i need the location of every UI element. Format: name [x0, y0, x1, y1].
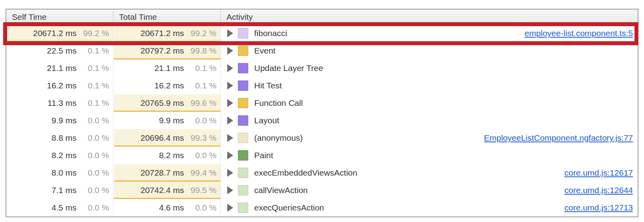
source-location-link[interactable]: EmployeeListComponent.ngfactory.js:77 — [476, 133, 633, 143]
time-percent: 0.0 % — [77, 151, 109, 160]
time-percent: 0.1 % — [77, 46, 109, 56]
activity-cell: (anonymous)EmployeeListComponent.ngfacto… — [221, 129, 638, 147]
time-percent: 99.4 % — [184, 168, 217, 178]
expand-arrow-icon[interactable] — [227, 117, 233, 124]
table-body: 20671.2 ms99.2 %20671.2 ms99.2 %fibonacc… — [6, 25, 638, 216]
time-value: 8.8 ms — [52, 133, 77, 143]
activity-label: (anonymous) — [254, 133, 303, 143]
time-percent: 0.0 % — [184, 116, 217, 125]
time-percent: 0.1 % — [184, 63, 217, 73]
time-value: 7.1 ms — [52, 186, 77, 195]
category-color-swatch — [238, 28, 248, 38]
table-row[interactable]: 8.2 ms0.0 %8.2 ms0.0 %Paint — [6, 147, 638, 164]
activity-cell: callViewActioncore.umd.js:12644 — [221, 182, 638, 199]
activity-label: Hit Test — [254, 81, 282, 90]
time-value: 20728.7 ms — [140, 168, 184, 178]
time-percent: 0.0 % — [77, 203, 109, 212]
time-percent: 0.1 % — [77, 98, 109, 108]
table-row[interactable]: 20671.2 ms99.2 %20671.2 ms99.2 %fibonacc… — [6, 25, 638, 42]
activity-cell: execEmbeddedViewsActioncore.umd.js:12617 — [221, 164, 638, 182]
activity-cell: fibonacciemployee-list.component.ts:5 — [221, 25, 638, 42]
time-value: 21.1 ms — [47, 63, 77, 73]
expand-arrow-icon[interactable] — [227, 47, 233, 55]
table-row[interactable]: 9.9 ms0.0 %9.9 ms0.0 %Layout — [6, 112, 638, 129]
table-row[interactable]: 21.1 ms0.1 %21.1 ms0.1 %Update Layer Tre… — [6, 59, 638, 77]
table-row[interactable]: 4.5 ms0.0 %4.6 ms0.0 %execQueriesActionc… — [6, 199, 638, 216]
time-percent: 99.6 % — [184, 98, 217, 108]
time-percent: 99.5 % — [184, 186, 217, 195]
self-time-cell: 8.0 ms0.0 % — [6, 164, 113, 182]
time-percent: 99.2 % — [77, 29, 109, 38]
activity-label: Paint — [254, 151, 273, 160]
expand-arrow-icon[interactable] — [227, 99, 233, 107]
self-time-cell: 21.1 ms0.1 % — [6, 59, 113, 77]
table-row[interactable]: 11.3 ms0.1 %20765.9 ms99.6 %Function Cal… — [6, 94, 638, 112]
total-time-cell: 9.9 ms0.0 % — [113, 112, 221, 129]
activity-label: Event — [254, 46, 276, 56]
time-percent: 99.3 % — [184, 133, 217, 143]
activity-cell: Hit Test — [221, 77, 638, 94]
source-location-link[interactable]: core.umd.js:12617 — [556, 168, 633, 178]
total-time-cell: 4.6 ms0.0 % — [113, 199, 221, 216]
category-color-swatch — [238, 133, 248, 143]
table-row[interactable]: 16.2 ms0.1 %16.2 ms0.1 %Hit Test — [6, 77, 638, 94]
time-value: 22.5 ms — [47, 46, 77, 56]
table-row[interactable]: 7.1 ms0.0 %20742.4 ms99.5 %callViewActio… — [6, 182, 638, 199]
time-percent: 0.1 % — [77, 81, 109, 90]
table-row[interactable]: 22.5 ms0.1 %20797.2 ms99.8 %Event — [6, 42, 638, 59]
time-value: 4.6 ms — [159, 203, 184, 212]
table-header-row: Self Time Total Time Activity — [6, 10, 638, 25]
source-location-link[interactable]: core.umd.js:12644 — [556, 186, 633, 195]
activity-label: fibonacci — [254, 29, 287, 38]
expand-arrow-icon[interactable] — [227, 186, 233, 194]
category-color-swatch — [238, 115, 248, 126]
activity-cell: Layout — [221, 112, 638, 129]
activity-cell: Paint — [221, 147, 638, 164]
total-time-cell: 8.2 ms0.0 % — [113, 147, 221, 164]
time-value: 20765.9 ms — [140, 98, 184, 108]
time-value: 11.3 ms — [48, 98, 77, 108]
category-color-swatch — [238, 80, 248, 91]
total-time-cell: 20797.2 ms99.8 % — [113, 42, 221, 59]
expand-arrow-icon[interactable] — [227, 29, 233, 37]
activity-label: Layout — [254, 116, 279, 125]
column-header-activity[interactable]: Activity — [221, 10, 638, 24]
activity-label: callViewAction — [254, 186, 308, 195]
time-percent: 0.1 % — [184, 81, 217, 90]
time-value: 16.2 ms — [154, 81, 184, 90]
expand-arrow-icon[interactable] — [227, 82, 233, 90]
source-location-link[interactable]: core.umd.js:12713 — [556, 203, 633, 212]
category-color-swatch — [238, 46, 248, 56]
total-time-cell: 20742.4 ms99.5 % — [113, 182, 221, 199]
category-color-swatch — [238, 98, 248, 108]
time-percent: 0.1 % — [77, 63, 109, 73]
time-percent: 99.8 % — [184, 46, 217, 56]
expand-arrow-icon[interactable] — [227, 204, 233, 212]
activity-label: Function Call — [254, 98, 303, 108]
expand-arrow-icon[interactable] — [227, 151, 233, 159]
expand-arrow-icon[interactable] — [227, 134, 233, 142]
column-header-total-time[interactable]: Total Time — [113, 10, 221, 24]
activity-cell: execQueriesActioncore.umd.js:12713 — [221, 199, 638, 216]
time-value: 8.2 ms — [159, 151, 184, 160]
time-value: 20671.2 ms — [33, 29, 77, 38]
column-header-self-time[interactable]: Self Time — [6, 10, 113, 24]
time-value: 20696.4 ms — [140, 133, 184, 143]
time-percent: 0.0 % — [184, 203, 217, 212]
time-value: 20671.2 ms — [140, 29, 184, 38]
time-value: 21.1 ms — [154, 63, 184, 73]
category-color-swatch — [238, 150, 248, 161]
time-value: 9.9 ms — [159, 116, 184, 125]
expand-arrow-icon[interactable] — [227, 64, 233, 72]
total-time-cell: 20728.7 ms99.4 % — [113, 164, 221, 182]
time-percent: 0.0 % — [77, 116, 109, 125]
self-time-cell: 7.1 ms0.0 % — [6, 182, 113, 199]
table-row[interactable]: 8.0 ms0.0 %20728.7 ms99.4 %execEmbeddedV… — [6, 164, 638, 182]
devtools-bottom-up-panel: Self Time Total Time Activity 20671.2 ms… — [0, 0, 644, 222]
table-row[interactable]: 8.8 ms0.0 %20696.4 ms99.3 %(anonymous)Em… — [6, 129, 638, 147]
self-time-cell: 11.3 ms0.1 % — [6, 94, 113, 112]
expand-arrow-icon[interactable] — [227, 169, 233, 177]
self-time-cell: 20671.2 ms99.2 % — [6, 25, 113, 42]
time-value: 8.0 ms — [52, 168, 77, 178]
source-location-link[interactable]: employee-list.component.ts:5 — [517, 29, 633, 38]
